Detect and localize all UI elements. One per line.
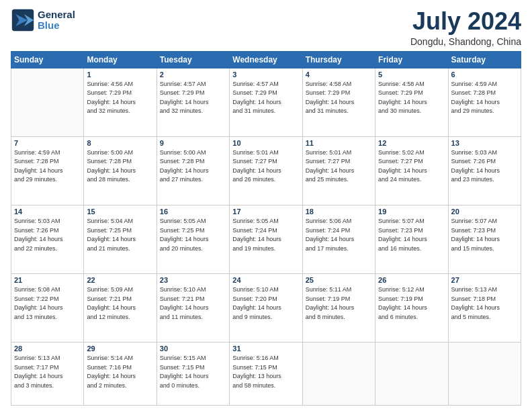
calendar-cell: 13Sunrise: 5:03 AM Sunset: 7:26 PM Dayli…: [448, 136, 521, 205]
calendar-cell: 18Sunrise: 5:06 AM Sunset: 7:24 PM Dayli…: [302, 205, 375, 274]
calendar-cell: 1Sunrise: 4:56 AM Sunset: 7:29 PM Daylig…: [84, 68, 157, 136]
day-info: Sunrise: 5:07 AM Sunset: 7:23 PM Dayligh…: [378, 217, 445, 253]
day-number: 20: [451, 208, 518, 216]
day-info: Sunrise: 4:58 AM Sunset: 7:29 PM Dayligh…: [306, 80, 372, 116]
day-number: 18: [306, 208, 372, 216]
header: General Blue July 2024 Dongdu, Shandong,…: [11, 8, 521, 47]
calendar-cell: [302, 342, 375, 406]
day-number: 1: [87, 71, 153, 79]
day-number: 8: [87, 139, 153, 147]
day-info: Sunrise: 5:03 AM Sunset: 7:26 PM Dayligh…: [451, 148, 518, 185]
day-number: 30: [160, 345, 226, 353]
day-number: 13: [451, 139, 518, 147]
month-title: July 2024: [410, 8, 521, 35]
calendar-cell: 11Sunrise: 5:01 AM Sunset: 7:27 PM Dayli…: [302, 136, 375, 205]
calendar-cell: 5Sunrise: 4:58 AM Sunset: 7:29 PM Daylig…: [375, 68, 448, 136]
calendar-cell: 12Sunrise: 5:02 AM Sunset: 7:27 PM Dayli…: [375, 136, 448, 205]
calendar-cell: 19Sunrise: 5:07 AM Sunset: 7:23 PM Dayli…: [375, 205, 448, 274]
day-number: 4: [306, 71, 372, 79]
day-info: Sunrise: 5:00 AM Sunset: 7:28 PM Dayligh…: [87, 148, 153, 185]
day-info: Sunrise: 5:00 AM Sunset: 7:28 PM Dayligh…: [160, 148, 226, 185]
day-info: Sunrise: 4:57 AM Sunset: 7:29 PM Dayligh…: [232, 80, 299, 116]
day-number: 25: [306, 276, 372, 284]
day-number: 2: [160, 71, 226, 79]
day-info: Sunrise: 4:59 AM Sunset: 7:28 PM Dayligh…: [14, 148, 81, 185]
day-info: Sunrise: 5:13 AM Sunset: 7:18 PM Dayligh…: [451, 285, 518, 322]
calendar-cell: 2Sunrise: 4:57 AM Sunset: 7:29 PM Daylig…: [157, 68, 229, 136]
calendar-header-tuesday: Tuesday: [157, 51, 229, 68]
day-number: 11: [306, 139, 372, 147]
calendar-cell: 17Sunrise: 5:05 AM Sunset: 7:24 PM Dayli…: [230, 205, 302, 274]
calendar-cell: 21Sunrise: 5:08 AM Sunset: 7:22 PM Dayli…: [11, 274, 84, 342]
day-info: Sunrise: 5:04 AM Sunset: 7:25 PM Dayligh…: [87, 217, 153, 253]
day-number: 3: [232, 71, 299, 79]
calendar-week-3: 14Sunrise: 5:03 AM Sunset: 7:26 PM Dayli…: [11, 205, 521, 274]
calendar-cell: 16Sunrise: 5:05 AM Sunset: 7:25 PM Dayli…: [157, 205, 229, 274]
day-info: Sunrise: 4:57 AM Sunset: 7:29 PM Dayligh…: [160, 80, 226, 116]
logo: General Blue: [11, 8, 75, 32]
day-info: Sunrise: 4:58 AM Sunset: 7:29 PM Dayligh…: [378, 80, 445, 116]
day-info: Sunrise: 4:59 AM Sunset: 7:28 PM Dayligh…: [451, 80, 518, 116]
day-number: 24: [232, 276, 299, 284]
day-info: Sunrise: 5:01 AM Sunset: 7:27 PM Dayligh…: [306, 148, 372, 185]
day-info: Sunrise: 5:06 AM Sunset: 7:24 PM Dayligh…: [306, 217, 372, 253]
day-number: 9: [160, 139, 226, 147]
calendar-cell: 3Sunrise: 4:57 AM Sunset: 7:29 PM Daylig…: [230, 68, 302, 136]
day-number: 28: [14, 345, 81, 353]
calendar-cell: 25Sunrise: 5:11 AM Sunset: 7:19 PM Dayli…: [302, 274, 375, 342]
calendar-cell: [448, 342, 521, 406]
title-block: July 2024 Dongdu, Shandong, China: [410, 8, 521, 47]
day-info: Sunrise: 5:03 AM Sunset: 7:26 PM Dayligh…: [14, 217, 81, 253]
day-info: Sunrise: 5:15 AM Sunset: 7:15 PM Dayligh…: [160, 354, 226, 390]
day-info: Sunrise: 4:56 AM Sunset: 7:29 PM Dayligh…: [87, 80, 153, 116]
day-number: 22: [87, 276, 153, 284]
day-number: 17: [232, 208, 299, 216]
calendar-cell: 20Sunrise: 5:07 AM Sunset: 7:23 PM Dayli…: [448, 205, 521, 274]
calendar-header-saturday: Saturday: [448, 51, 521, 68]
day-info: Sunrise: 5:10 AM Sunset: 7:21 PM Dayligh…: [160, 285, 226, 322]
calendar-header-monday: Monday: [84, 51, 157, 68]
day-info: Sunrise: 5:12 AM Sunset: 7:19 PM Dayligh…: [378, 285, 445, 322]
day-info: Sunrise: 5:05 AM Sunset: 7:24 PM Dayligh…: [232, 217, 299, 253]
calendar-header-friday: Friday: [375, 51, 448, 68]
calendar-cell: 24Sunrise: 5:10 AM Sunset: 7:20 PM Dayli…: [230, 274, 302, 342]
calendar-cell: 31Sunrise: 5:16 AM Sunset: 7:15 PM Dayli…: [230, 342, 302, 406]
calendar-cell: 27Sunrise: 5:13 AM Sunset: 7:18 PM Dayli…: [448, 274, 521, 342]
calendar-table: SundayMondayTuesdayWednesdayThursdayFrid…: [11, 51, 521, 406]
page: General Blue July 2024 Dongdu, Shandong,…: [0, 0, 532, 411]
day-number: 12: [378, 139, 445, 147]
day-number: 15: [87, 208, 153, 216]
calendar-header-thursday: Thursday: [302, 51, 375, 68]
day-info: Sunrise: 5:02 AM Sunset: 7:27 PM Dayligh…: [378, 148, 445, 185]
day-number: 7: [14, 139, 81, 147]
calendar-cell: 28Sunrise: 5:13 AM Sunset: 7:17 PM Dayli…: [11, 342, 84, 406]
calendar-week-1: 1Sunrise: 4:56 AM Sunset: 7:29 PM Daylig…: [11, 68, 521, 136]
location: Dongdu, Shandong, China: [410, 36, 521, 47]
day-info: Sunrise: 5:07 AM Sunset: 7:23 PM Dayligh…: [451, 217, 518, 253]
calendar-cell: 10Sunrise: 5:01 AM Sunset: 7:27 PM Dayli…: [230, 136, 302, 205]
calendar-cell: 14Sunrise: 5:03 AM Sunset: 7:26 PM Dayli…: [11, 205, 84, 274]
day-number: 31: [232, 345, 299, 353]
calendar-cell: 4Sunrise: 4:58 AM Sunset: 7:29 PM Daylig…: [302, 68, 375, 136]
calendar-header-sunday: Sunday: [11, 51, 84, 68]
calendar-cell: 29Sunrise: 5:14 AM Sunset: 7:16 PM Dayli…: [84, 342, 157, 406]
calendar-cell: [11, 68, 84, 136]
day-info: Sunrise: 5:11 AM Sunset: 7:19 PM Dayligh…: [306, 285, 372, 322]
calendar-header-row: SundayMondayTuesdayWednesdayThursdayFrid…: [11, 51, 521, 68]
day-number: 27: [451, 276, 518, 284]
day-number: 29: [87, 345, 153, 353]
logo-text: General Blue: [38, 9, 75, 32]
day-info: Sunrise: 5:16 AM Sunset: 7:15 PM Dayligh…: [232, 354, 299, 390]
calendar-cell: 26Sunrise: 5:12 AM Sunset: 7:19 PM Dayli…: [375, 274, 448, 342]
day-info: Sunrise: 5:14 AM Sunset: 7:16 PM Dayligh…: [87, 354, 153, 390]
calendar-cell: [375, 342, 448, 406]
logo-icon: [11, 8, 35, 32]
calendar-week-4: 21Sunrise: 5:08 AM Sunset: 7:22 PM Dayli…: [11, 274, 521, 342]
calendar-week-5: 28Sunrise: 5:13 AM Sunset: 7:17 PM Dayli…: [11, 342, 521, 406]
calendar-week-2: 7Sunrise: 4:59 AM Sunset: 7:28 PM Daylig…: [11, 136, 521, 205]
calendar-cell: 30Sunrise: 5:15 AM Sunset: 7:15 PM Dayli…: [157, 342, 229, 406]
day-number: 21: [14, 276, 81, 284]
calendar-cell: 7Sunrise: 4:59 AM Sunset: 7:28 PM Daylig…: [11, 136, 84, 205]
calendar-cell: 8Sunrise: 5:00 AM Sunset: 7:28 PM Daylig…: [84, 136, 157, 205]
calendar-cell: 15Sunrise: 5:04 AM Sunset: 7:25 PM Dayli…: [84, 205, 157, 274]
